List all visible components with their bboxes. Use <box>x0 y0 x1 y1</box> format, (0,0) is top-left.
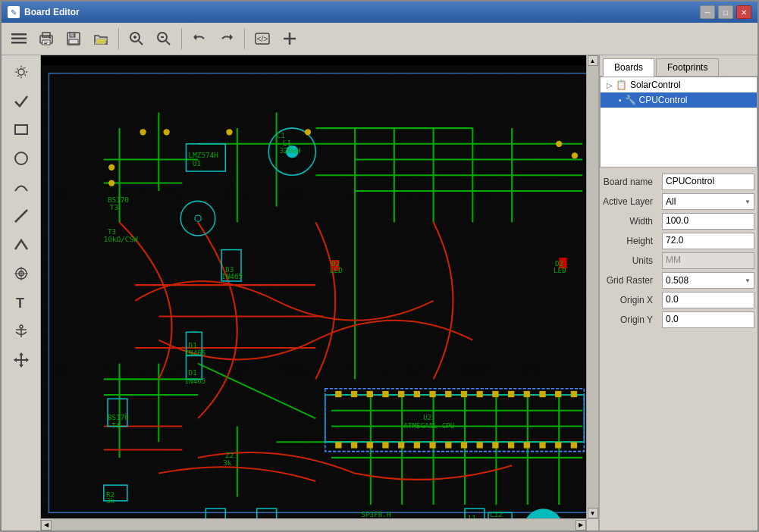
svg-point-139 <box>226 129 232 135</box>
svg-rect-104 <box>351 391 357 397</box>
scroll-down-button[interactable]: ▼ <box>588 508 598 518</box>
svg-rect-129 <box>492 442 498 448</box>
tree-view[interactable]: ▷ 📋 SolarControl • 🔧 CPUControl <box>600 77 757 167</box>
close-button[interactable]: ✕ <box>736 5 751 19</box>
add-button[interactable] <box>277 26 303 52</box>
scroll-right-button[interactable]: ▶ <box>576 520 586 530</box>
origin-x-input[interactable]: 0.0 <box>662 292 754 308</box>
tool-select[interactable] <box>8 58 35 86</box>
tool-anchor[interactable] <box>8 318 35 345</box>
menu-button[interactable] <box>6 26 32 52</box>
polyline-icon <box>13 236 30 253</box>
scroll-up-button[interactable]: ▲ <box>588 55 598 66</box>
height-input[interactable]: 72.0 <box>662 233 754 249</box>
tree-item-solar[interactable]: ▷ 📋 SolarControl <box>601 77 757 92</box>
active-layer-select[interactable]: All ▼ <box>662 193 754 210</box>
svg-rect-105 <box>367 391 373 397</box>
board-name-input[interactable]: CPUControl <box>662 174 754 190</box>
horizontal-scrollbar[interactable]: ◀ ▶ <box>41 518 586 530</box>
width-input[interactable]: 100.0 <box>662 213 754 230</box>
svg-marker-21 <box>230 34 233 40</box>
tool-target[interactable] <box>8 260 35 287</box>
tool-rect[interactable] <box>8 116 35 143</box>
app-icon: ✎ <box>8 6 20 18</box>
redo-button[interactable] <box>214 26 240 52</box>
svg-text:IN465: IN465 <box>184 377 205 385</box>
zoom-out-button[interactable] <box>151 26 177 52</box>
svg-text:Z2: Z2 <box>225 451 234 459</box>
scroll-track-v[interactable] <box>587 66 598 508</box>
scroll-left-button[interactable]: ◀ <box>41 520 52 530</box>
open-button[interactable] <box>88 26 114 52</box>
gear-icon <box>13 64 30 80</box>
redo-icon <box>219 31 234 46</box>
svg-rect-116 <box>539 391 545 397</box>
svg-marker-41 <box>19 365 24 368</box>
menu-icon <box>11 32 27 45</box>
grid-raster-select[interactable]: 0.508 ▼ <box>662 272 754 289</box>
svg-point-142 <box>572 152 578 158</box>
width-label: Width <box>603 216 656 227</box>
svg-rect-127 <box>461 442 467 448</box>
tool-circle[interactable] <box>8 145 35 172</box>
tree-component-icon: 🔧 <box>625 95 636 105</box>
tab-footprints[interactable]: Footprints <box>656 58 719 76</box>
tree-item-label: CPUControl <box>639 95 688 105</box>
units-display: MM <box>662 252 754 269</box>
tool-arc[interactable] <box>8 174 35 201</box>
tree-sub-icon: • <box>619 96 622 105</box>
tab-boards[interactable]: Boards <box>603 58 654 77</box>
tool-polyline[interactable] <box>8 231 35 258</box>
save-icon <box>66 31 81 46</box>
svg-rect-107 <box>398 391 404 397</box>
units-label: Units <box>603 255 656 266</box>
tool-text[interactable]: T <box>8 289 35 316</box>
zoom-in-icon <box>129 31 144 46</box>
svg-text:10kΩ/CSW: 10kΩ/CSW <box>104 235 138 243</box>
canvas-area[interactable]: LMZ574H U1 C1 L1 320uH BS170 T3 T3 10kΩ/… <box>41 55 598 530</box>
undo-icon <box>192 31 207 46</box>
svg-text:LED: LED <box>330 266 343 274</box>
maximize-button[interactable]: □ <box>718 5 733 19</box>
print-button[interactable] <box>33 26 59 52</box>
tree-item-cpu[interactable]: • 🔧 CPUControl <box>601 92 757 108</box>
pcb-view: LMZ574H U1 C1 L1 320uH BS170 T3 T3 10kΩ/… <box>41 55 598 530</box>
svg-rect-133 <box>555 442 561 448</box>
svg-point-135 <box>108 164 114 171</box>
minimize-button[interactable]: ─ <box>700 5 715 19</box>
svg-text:</>: </> <box>257 35 268 43</box>
script-button[interactable]: </> <box>249 26 275 52</box>
vertical-scrollbar[interactable]: ▲ ▼ <box>586 55 598 518</box>
tool-check[interactable] <box>8 87 35 114</box>
tree-expand-icon: ▷ <box>607 81 613 89</box>
svg-rect-119 <box>335 442 341 448</box>
svg-text:LMZ574H: LMZ574H <box>189 151 218 159</box>
svg-text:3k: 3k <box>223 458 232 467</box>
save-button[interactable] <box>61 26 86 52</box>
scroll-track-h[interactable] <box>52 519 576 530</box>
zoom-in-button[interactable] <box>124 26 149 52</box>
svg-rect-6 <box>44 42 49 42</box>
svg-rect-112 <box>477 391 483 397</box>
text-icon: T <box>13 294 30 311</box>
svg-rect-4 <box>42 33 50 37</box>
svg-text:T: T <box>16 296 24 311</box>
svg-point-137 <box>140 129 146 135</box>
tool-move[interactable] <box>8 346 35 374</box>
origin-y-input[interactable]: 0.0 <box>662 311 754 328</box>
svg-rect-2 <box>11 42 27 44</box>
svg-rect-12 <box>69 39 78 44</box>
svg-point-26 <box>18 69 24 75</box>
svg-text:L12: L12 <box>490 510 503 518</box>
grid-raster-label: Grid Raster <box>603 275 656 286</box>
svg-text:IN465: IN465 <box>184 349 205 357</box>
rect-icon <box>13 121 30 138</box>
svg-point-8 <box>49 37 51 39</box>
undo-button[interactable] <box>187 26 212 52</box>
svg-rect-121 <box>367 442 373 448</box>
svg-rect-117 <box>555 391 561 397</box>
height-label: Height <box>603 236 656 246</box>
tool-line[interactable] <box>8 202 35 230</box>
svg-rect-27 <box>15 125 27 134</box>
svg-rect-118 <box>571 391 577 397</box>
